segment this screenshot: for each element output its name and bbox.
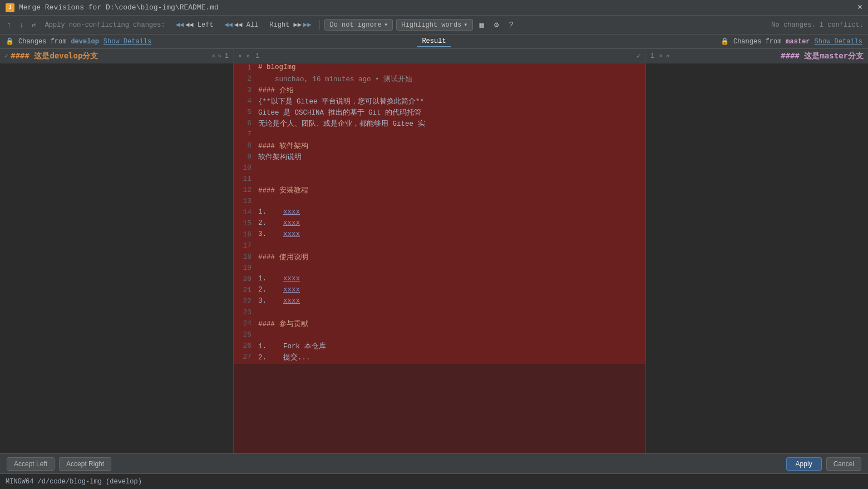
line-number: 8 bbox=[236, 141, 256, 150]
code-text: 2. xxxx bbox=[256, 286, 300, 294]
table-row: 17 bbox=[234, 241, 645, 253]
line-number: 12 bbox=[236, 186, 256, 194]
table-row: 9软件架构说明 bbox=[234, 152, 645, 164]
develop-heading: #### 这是develop分支 bbox=[11, 51, 98, 61]
prev-conflict-button[interactable]: ↑ bbox=[4, 19, 13, 31]
line-number: 2 bbox=[236, 75, 256, 83]
line-number: 27 bbox=[236, 353, 256, 361]
code-text: 3. xxxx bbox=[256, 230, 300, 238]
line-number: 6 bbox=[236, 119, 256, 127]
master-heading: #### 这是master分支 bbox=[781, 51, 864, 61]
close-center-button[interactable]: × bbox=[238, 53, 242, 60]
right-panel-content bbox=[646, 63, 868, 68]
accept-left-button[interactable]: Accept Left bbox=[7, 457, 55, 471]
title-bar: J Merge Revisions for D:\code\blog-img\R… bbox=[0, 0, 868, 16]
table-row: 12#### 安装教程 bbox=[234, 186, 645, 197]
line-number: 19 bbox=[236, 264, 256, 272]
right-line-num: 1 bbox=[650, 52, 654, 60]
changes-from-right-label: Changes from bbox=[733, 38, 781, 46]
apply-right-button[interactable]: Right ▶▶ ▶▶ bbox=[265, 19, 315, 31]
code-text: 软件架构说明 bbox=[256, 152, 302, 162]
highlight-words-dropdown[interactable]: Highlight words ▾ bbox=[396, 19, 472, 31]
line-number: 10 bbox=[236, 164, 256, 172]
show-details-right-link[interactable]: Show Details bbox=[815, 38, 862, 46]
code-text: #### 使用说明 bbox=[256, 253, 308, 262]
code-text: 3. xxxx bbox=[256, 297, 300, 305]
table-row: 212. xxxx bbox=[234, 286, 645, 297]
terminal-text: MINGW64 /d/code/blog-img (develop) bbox=[6, 478, 142, 486]
next-conflict-button[interactable]: ↓ bbox=[17, 19, 26, 31]
apply-left-button[interactable]: ◀◀ ◀◀ Left bbox=[172, 19, 218, 31]
cancel-button[interactable]: Cancel bbox=[826, 457, 861, 471]
toolbar: ↑ ↓ ⇄ Apply non-conflicting changes: ◀◀ … bbox=[0, 16, 868, 34]
result-tab[interactable]: Result bbox=[417, 36, 450, 47]
code-text: #### 软件架构 bbox=[256, 141, 308, 151]
columns-icon[interactable]: ▦ bbox=[476, 18, 487, 31]
table-row: 4{**以下是 Gitee 平台说明，您可以替换此简介** bbox=[234, 97, 645, 108]
code-text: 1. xxxx bbox=[256, 208, 300, 216]
line-number: 26 bbox=[236, 342, 256, 350]
collapse-right-button[interactable]: × bbox=[659, 53, 663, 60]
close-button[interactable]: × bbox=[857, 3, 862, 13]
apply-all-button[interactable]: ◀◀ ◀◀ All bbox=[221, 19, 263, 31]
table-row: 152. xxxx bbox=[234, 219, 645, 230]
left-panel-content bbox=[0, 63, 233, 453]
code-text: 2. 提交... bbox=[256, 353, 310, 362]
terminal-bar: MINGW64 /d/code/blog-img (develop) bbox=[0, 473, 868, 489]
code-text: #### 安装教程 bbox=[256, 186, 308, 195]
code-text: #### 参与贡献 bbox=[256, 319, 308, 329]
table-row: 18#### 使用说明 bbox=[234, 253, 645, 264]
code-content[interactable]: 1# blogImg2 sunchao, 16 minutes ago • 测试… bbox=[234, 63, 645, 453]
table-row: 19 bbox=[234, 264, 645, 275]
show-details-left-link[interactable]: Show Details bbox=[103, 38, 151, 46]
right-panel-header: 1 × « #### 这是master分支 bbox=[646, 49, 868, 63]
code-text: {**以下是 Gitee 平台说明，您可以替换此简介** bbox=[256, 97, 424, 106]
check-left-icon: ✓ bbox=[4, 52, 8, 60]
bottom-bar: Accept Left Accept Right Apply Cancel bbox=[0, 453, 868, 473]
line-number: 3 bbox=[236, 86, 256, 94]
ignore-whitespace-dropdown[interactable]: Do not ignore ▾ bbox=[324, 19, 393, 31]
center-panel-header: × » 1 ✓ bbox=[234, 49, 645, 63]
collapse-left-button[interactable]: × bbox=[212, 53, 216, 60]
table-row: 10 bbox=[234, 164, 645, 175]
code-text: 无论是个人、团队、或是企业，都能够用 Gitee 实 bbox=[256, 119, 425, 129]
expand-left-button[interactable]: » bbox=[218, 53, 221, 60]
title-text: Merge Revisions for D:\code\blog-img\REA… bbox=[19, 3, 219, 12]
line-number: 1 bbox=[236, 63, 256, 72]
apply-non-conflicting-label: Apply non-conflicting changes: bbox=[42, 20, 169, 30]
no-changes-notice: No changes. 1 conflict. bbox=[771, 21, 864, 29]
expand-center-button[interactable]: » bbox=[246, 53, 250, 60]
line-number: 21 bbox=[236, 286, 256, 294]
code-text: 2. xxxx bbox=[256, 219, 300, 227]
table-row: 3#### 介绍 bbox=[234, 86, 645, 97]
lock-right-icon: 🔒 bbox=[721, 37, 729, 46]
help-icon[interactable]: ? bbox=[505, 19, 516, 31]
lock-left-icon: 🔒 bbox=[6, 37, 14, 46]
sync-button[interactable]: ⇄ bbox=[29, 19, 38, 31]
table-row: 163. xxxx bbox=[234, 230, 645, 241]
changes-from-left-label: Changes from bbox=[18, 38, 66, 46]
develop-branch-label: develop bbox=[71, 38, 98, 46]
right-panel: 1 × « #### 这是master分支 bbox=[645, 49, 868, 453]
chevron-down-icon-2: ▾ bbox=[463, 21, 467, 29]
table-row: 201. xxxx bbox=[234, 275, 645, 286]
expand-right-button[interactable]: « bbox=[666, 53, 670, 60]
table-row: 11 bbox=[234, 175, 645, 186]
accept-right-button[interactable]: Accept Right bbox=[59, 457, 111, 471]
code-text: sunchao, 16 minutes ago • 测试开始 bbox=[256, 75, 412, 84]
line-number: 5 bbox=[236, 108, 256, 116]
status-center: Result bbox=[417, 36, 450, 47]
line-number: 9 bbox=[236, 152, 256, 161]
center-line-num: 1 bbox=[255, 52, 259, 60]
master-branch-label: master bbox=[786, 38, 810, 46]
status-right: 🔒 Changes from master Show Details bbox=[451, 37, 868, 46]
left-line-num: 1 bbox=[225, 52, 229, 60]
code-text: #### 介绍 bbox=[256, 86, 294, 95]
check-center-icon: ✓ bbox=[637, 51, 641, 61]
code-text: # blogImg bbox=[256, 63, 296, 71]
table-row: 141. xxxx bbox=[234, 208, 645, 219]
line-number: 16 bbox=[236, 230, 256, 239]
settings-icon[interactable]: ⚙ bbox=[491, 18, 502, 31]
apply-button[interactable]: Apply bbox=[786, 457, 822, 471]
editor-area: ✓ #### 这是develop分支 × » 1 × » 1 ✓ 1# blog… bbox=[0, 49, 868, 453]
